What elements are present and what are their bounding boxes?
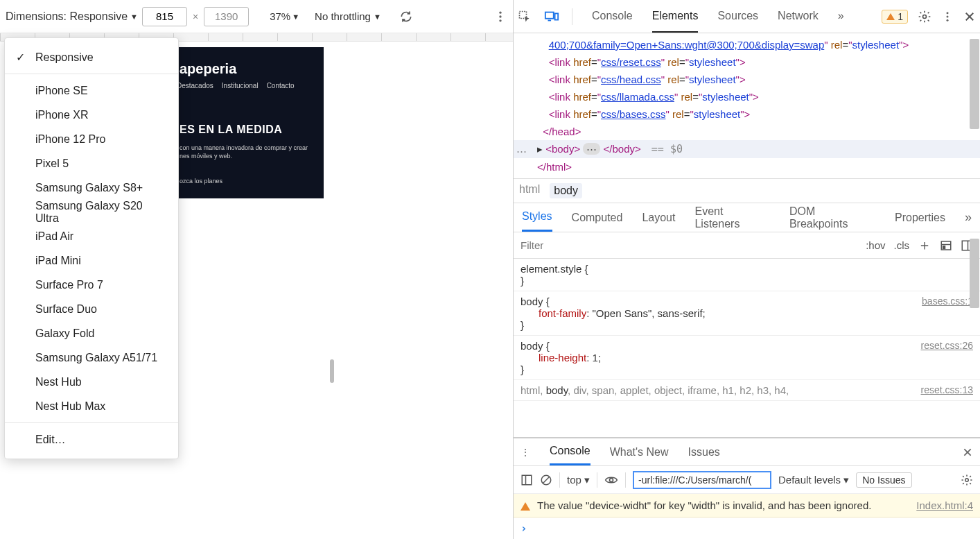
preview-cta: ozca los planes bbox=[180, 178, 222, 185]
styles-filter-input[interactable] bbox=[520, 239, 866, 251]
svg-rect-6 bbox=[555, 13, 559, 19]
device-option[interactable]: iPhone 12 Pro bbox=[5, 127, 178, 151]
width-input[interactable] bbox=[142, 7, 187, 26]
tab-sources[interactable]: Sources bbox=[717, 1, 758, 33]
device-option[interactable]: iPhone XR bbox=[5, 103, 178, 127]
drawer-kebab-icon[interactable]: ⋮ bbox=[520, 447, 530, 458]
svg-line-23 bbox=[543, 477, 550, 483]
throttling-label: No throttling bbox=[315, 10, 371, 22]
preview-nav: Destacados Institucional Contacto bbox=[177, 82, 295, 89]
eye-icon[interactable] bbox=[604, 474, 618, 486]
preview-sub: con una manera inovadora de comprar y cr… bbox=[180, 144, 318, 160]
kebab-menu-icon[interactable] bbox=[493, 10, 507, 24]
inspect-icon[interactable] bbox=[518, 10, 532, 24]
console-warning: The value "device-widht" for key "width"… bbox=[514, 494, 980, 517]
gear-icon[interactable] bbox=[918, 10, 931, 24]
chevron-down-icon: ▼ bbox=[374, 12, 381, 21]
tab-console[interactable]: Console bbox=[592, 1, 633, 33]
devtools-pane: Console Elements Sources Network » 1 400… bbox=[514, 0, 980, 539]
context-dropdown[interactable]: top ▾ bbox=[567, 474, 590, 486]
svg-point-0 bbox=[499, 11, 501, 13]
device-toolbar: Dimensions: Responsive ▼ × 37% ▼ No thro… bbox=[0, 0, 513, 33]
subtab-layout[interactable]: Layout bbox=[642, 205, 675, 231]
device-option[interactable]: iPad Air bbox=[5, 224, 178, 248]
console-filter-input[interactable] bbox=[633, 471, 771, 489]
zoom-value: 37% bbox=[270, 10, 290, 22]
close-icon[interactable] bbox=[963, 10, 976, 23]
warning-badge[interactable]: 1 bbox=[882, 10, 908, 24]
tab-elements[interactable]: Elements bbox=[652, 1, 699, 33]
tab-more-icon[interactable]: » bbox=[838, 1, 844, 33]
prompt-chevron-icon: › bbox=[520, 522, 527, 535]
breadcrumb-html[interactable]: html bbox=[519, 183, 540, 198]
dimensions-dropdown[interactable]: Dimensions: Responsive ▼ bbox=[6, 10, 138, 23]
scrollbar[interactable] bbox=[969, 33, 980, 539]
console-toolbar: top ▾ Default levels ▾ No Issues bbox=[514, 466, 980, 494]
subtab-dom-breakpoints[interactable]: DOM Breakpoints bbox=[789, 198, 875, 237]
device-option[interactable]: Samsung Galaxy A51/71 bbox=[5, 345, 178, 370]
drawer-tab-whatsnew[interactable]: What's New bbox=[610, 440, 669, 465]
x-separator: × bbox=[193, 11, 198, 22]
svg-point-1 bbox=[499, 15, 501, 17]
subtab-computed[interactable]: Computed bbox=[572, 205, 623, 231]
dimensions-label: Dimensions: Responsive bbox=[6, 10, 128, 23]
drawer-tab-issues[interactable]: Issues bbox=[688, 440, 720, 465]
throttling-dropdown[interactable]: No throttling ▼ bbox=[315, 10, 381, 22]
device-option[interactable]: iPhone SE bbox=[5, 78, 178, 103]
device-option-edit[interactable]: Edit… bbox=[5, 427, 178, 452]
log-levels-dropdown[interactable]: Default levels ▾ bbox=[778, 474, 849, 486]
chevron-down-icon: ▼ bbox=[292, 12, 299, 21]
device-option[interactable]: Samsung Galaxy S8+ bbox=[5, 176, 178, 200]
flex-icon[interactable] bbox=[940, 239, 952, 252]
styles-rules[interactable]: element.style {}body {bases.css:1font-fa… bbox=[514, 259, 980, 437]
console-drawer: ⋮ Console What's New Issues top ▾ Defaul… bbox=[514, 437, 980, 539]
tab-network[interactable]: Network bbox=[778, 1, 819, 33]
devtools-tabs: Console Elements Sources Network » bbox=[592, 1, 844, 33]
rotate-icon[interactable] bbox=[399, 10, 413, 24]
svg-rect-4 bbox=[545, 12, 554, 18]
device-mode-pane: Dimensions: Responsive ▼ × 37% ▼ No thro… bbox=[0, 0, 514, 539]
device-option[interactable]: Nest Hub bbox=[5, 370, 178, 394]
subtab-event-listeners[interactable]: Event Listeners bbox=[694, 198, 769, 237]
new-rule-icon[interactable]: ＋ bbox=[918, 236, 931, 255]
device-option[interactable]: iPad Mini bbox=[5, 248, 178, 273]
drawer-tab-console[interactable]: Console bbox=[550, 438, 590, 465]
console-prompt[interactable]: › bbox=[514, 517, 980, 539]
device-option[interactable]: Surface Pro 7 bbox=[5, 273, 178, 297]
warning-icon bbox=[886, 13, 895, 20]
cls-toggle[interactable]: .cls bbox=[894, 239, 910, 251]
dom-tree[interactable]: 400;700&family=Open+Sans:wght@300;700&di… bbox=[514, 33, 980, 203]
preview-logo: apeperia bbox=[180, 61, 236, 77]
page-preview[interactable]: apeperia Destacados Institucional Contac… bbox=[177, 47, 324, 198]
device-toggle-icon[interactable] bbox=[544, 10, 559, 24]
subtab-properties[interactable]: Properties bbox=[895, 205, 945, 231]
svg-point-2 bbox=[499, 19, 501, 22]
zoom-dropdown[interactable]: 37% ▼ bbox=[270, 10, 299, 22]
device-option[interactable]: Nest Hub Max bbox=[5, 394, 178, 418]
svg-point-9 bbox=[947, 15, 949, 17]
warning-count: 1 bbox=[898, 11, 903, 22]
svg-point-7 bbox=[923, 15, 927, 18]
device-option[interactable]: Surface Duo bbox=[5, 297, 178, 321]
device-option[interactable]: Pixel 5 bbox=[5, 151, 178, 176]
hov-toggle[interactable]: :hov bbox=[866, 239, 885, 251]
clear-console-icon[interactable] bbox=[540, 474, 552, 486]
svg-point-10 bbox=[947, 19, 949, 21]
console-message-source[interactable]: Index.html:4 bbox=[916, 499, 973, 511]
console-message-text: The value "device-widht" for key "width"… bbox=[537, 499, 909, 511]
sidebar-toggle-icon[interactable] bbox=[520, 474, 533, 486]
device-option[interactable]: Samsung Galaxy S20 Ultra bbox=[5, 200, 178, 224]
breadcrumb-body[interactable]: body bbox=[550, 183, 582, 198]
subtab-styles[interactable]: Styles bbox=[522, 203, 552, 232]
drawer-tabs: ⋮ Console What's New Issues bbox=[514, 438, 980, 466]
svg-point-24 bbox=[610, 478, 613, 481]
chevron-down-icon: ▼ bbox=[130, 12, 138, 21]
device-option[interactable]: Galaxy Fold bbox=[5, 321, 178, 345]
device-dropdown: Responsive iPhone SE iPhone XR iPhone 12… bbox=[4, 37, 179, 459]
no-issues-pill[interactable]: No Issues bbox=[856, 472, 911, 488]
resize-handle[interactable] bbox=[330, 359, 334, 383]
height-input[interactable] bbox=[204, 7, 249, 26]
svg-rect-15 bbox=[943, 246, 945, 248]
kebab-icon[interactable] bbox=[941, 10, 954, 23]
device-option-responsive[interactable]: Responsive bbox=[5, 45, 178, 69]
